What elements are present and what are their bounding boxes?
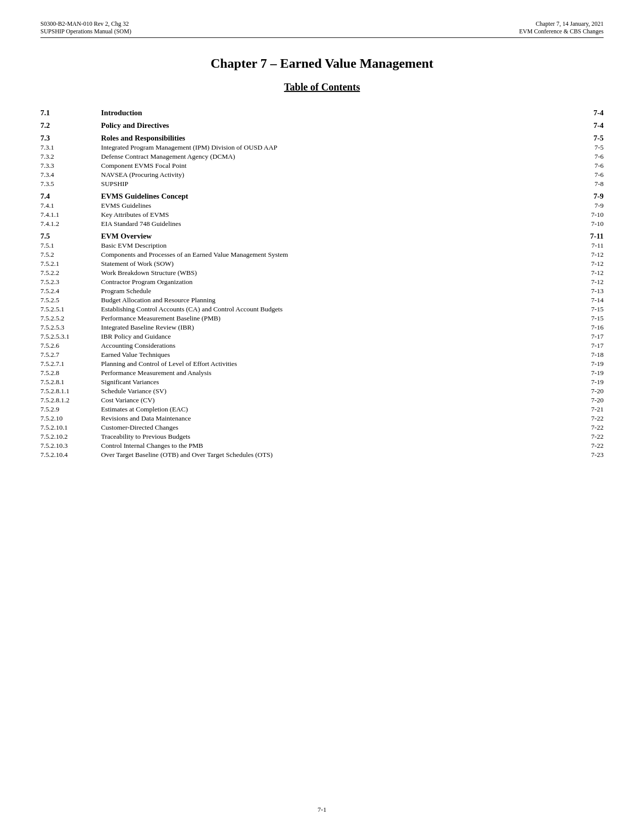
toc-entry-title: Policy and Directives <box>101 121 563 130</box>
toc-row: 7.5.2.9Estimates at Completion (EAC)7-21 <box>40 405 604 414</box>
page-header: S0300-B2-MAN-010 Rev 2, Chg 32 SUPSHIP O… <box>40 20 604 38</box>
toc-page-num: 7-19 <box>563 378 604 387</box>
toc-row: 7.5EVM Overview7-11 <box>40 231 604 241</box>
toc-entry-title: Performance Measurement and Analysis <box>101 368 563 378</box>
toc-row: 7.3.3Component EVMS Focal Point7-6 <box>40 161 604 170</box>
toc-page-num: 7-14 <box>563 296 604 305</box>
toc-row: 7.5.2.5Budget Allocation and Resource Pl… <box>40 296 604 305</box>
toc-entry-title: EVM Overview <box>101 231 563 241</box>
toc-num: 7.4.1 <box>40 201 101 210</box>
toc-row: 7.5.2.7.1Planning and Control of Level o… <box>40 359 604 368</box>
toc-row: 7.5.2.3Contractor Program Organization7-… <box>40 277 604 287</box>
toc-page-num: 7-11 <box>563 241 604 250</box>
toc-row: 7.5.2.5.1Establishing Control Accounts (… <box>40 305 604 314</box>
page: S0300-B2-MAN-010 Rev 2, Chg 32 SUPSHIP O… <box>0 0 644 834</box>
toc-page-num: 7-12 <box>563 268 604 277</box>
header-doc-id: S0300-B2-MAN-010 Rev 2, Chg 32 <box>40 20 131 28</box>
page-number: 7-1 <box>318 806 326 813</box>
toc-entry-title: Schedule Variance (SV) <box>101 387 563 396</box>
toc-row: 7.5.2.10Revisions and Data Maintenance7-… <box>40 414 604 423</box>
toc-entry-title: Program Schedule <box>101 287 563 296</box>
toc-page-num: 7-17 <box>563 332 604 341</box>
toc-num: 7.5.2.2 <box>40 268 101 277</box>
toc-row: 7.5.2.6Accounting Considerations7-17 <box>40 341 604 350</box>
toc-num: 7.5.2.6 <box>40 341 101 350</box>
toc-entry-title: Performance Measurement Baseline (PMB) <box>101 314 563 323</box>
toc-row: 7.2Policy and Directives7-4 <box>40 121 604 130</box>
toc-num: 7.5 <box>40 231 101 241</box>
toc-num: 7.5.2.1 <box>40 259 101 268</box>
toc-page-num: 7-22 <box>563 441 604 450</box>
toc-num: 7.5.2.10.2 <box>40 432 101 441</box>
toc-entry-title: Planning and Control of Level of Effort … <box>101 359 563 368</box>
toc-entry-title: Control Internal Changes to the PMB <box>101 441 563 450</box>
toc-num: 7.5.2.8.1.1 <box>40 387 101 396</box>
toc-num: 7.5.2 <box>40 250 101 259</box>
toc-page-num: 7-5 <box>563 143 604 152</box>
header-subject: EVM Conference & CBS Changes <box>519 28 604 35</box>
toc-num: 7.5.2.5.3.1 <box>40 332 101 341</box>
toc-row: 7.3.2Defense Contract Management Agency … <box>40 152 604 161</box>
toc-row: 7.4.1.2EIA Standard 748 Guidelines7-10 <box>40 219 604 228</box>
toc-entry-title: Introduction <box>101 108 563 118</box>
toc-entry-title: Components and Processes of an Earned Va… <box>101 250 563 259</box>
toc-num: 7.4 <box>40 192 101 201</box>
toc-row: 7.3.5SUPSHIP7-8 <box>40 179 604 189</box>
toc-entry-title: Cost Variance (CV) <box>101 396 563 405</box>
toc-num: 7.5.2.5.2 <box>40 314 101 323</box>
toc-page-num: 7-22 <box>563 423 604 432</box>
toc-row: 7.5.2.8.1Significant Variances7-19 <box>40 378 604 387</box>
toc-num: 7.5.2.8 <box>40 368 101 378</box>
toc-row: 7.5.2.8.1.1Schedule Variance (SV)7-20 <box>40 387 604 396</box>
toc-num: 7.5.1 <box>40 241 101 250</box>
toc-page-num: 7-10 <box>563 210 604 219</box>
toc-page-num: 7-15 <box>563 305 604 314</box>
toc-entry-title: Contractor Program Organization <box>101 277 563 287</box>
toc-row: 7.5.2.4Program Schedule7-13 <box>40 287 604 296</box>
toc-row: 7.5.2.8.1.2Cost Variance (CV)7-20 <box>40 396 604 405</box>
toc-entry-title: Revisions and Data Maintenance <box>101 414 563 423</box>
toc-entry-title: Estimates at Completion (EAC) <box>101 405 563 414</box>
toc-row: 7.5.2.5.3.1IBR Policy and Guidance7-17 <box>40 332 604 341</box>
page-footer: 7-1 <box>0 806 644 814</box>
toc-page-num: 7-12 <box>563 250 604 259</box>
header-right: Chapter 7, 14 January, 2021 EVM Conferen… <box>519 20 604 35</box>
toc-entry-title: Statement of Work (SOW) <box>101 259 563 268</box>
toc-row: 7.5.2.10.1Customer-Directed Changes7-22 <box>40 423 604 432</box>
toc-entry-title: Roles and Responsibilities <box>101 133 563 143</box>
toc-num: 7.2 <box>40 121 101 130</box>
toc-row: 7.3.4NAVSEA (Procuring Activity)7-6 <box>40 170 604 179</box>
toc-entry-title: EVMS Guidelines <box>101 201 563 210</box>
toc-entry-title: Establishing Control Accounts (CA) and C… <box>101 305 563 314</box>
toc-page-num: 7-22 <box>563 432 604 441</box>
toc-page-num: 7-4 <box>563 108 604 118</box>
toc-entry-title: SUPSHIP <box>101 179 563 189</box>
toc-row: 7.4EVMS Guidelines Concept7-9 <box>40 192 604 201</box>
toc-page-num: 7-4 <box>563 121 604 130</box>
toc-entry-title: Integrated Baseline Review (IBR) <box>101 323 563 332</box>
toc-entry-title: Customer-Directed Changes <box>101 423 563 432</box>
toc-num: 7.3.5 <box>40 179 101 189</box>
toc-page-num: 7-6 <box>563 161 604 170</box>
toc-page-num: 7-20 <box>563 396 604 405</box>
toc-page-num: 7-19 <box>563 368 604 378</box>
toc-page-num: 7-18 <box>563 350 604 359</box>
toc-num: 7.5.2.10.4 <box>40 450 101 459</box>
toc-page-num: 7-12 <box>563 277 604 287</box>
toc-page-num: 7-13 <box>563 287 604 296</box>
toc-row: 7.5.2.5.2Performance Measurement Baselin… <box>40 314 604 323</box>
toc-entry-title: Accounting Considerations <box>101 341 563 350</box>
toc-row: 7.5.2.5.3Integrated Baseline Review (IBR… <box>40 323 604 332</box>
toc-num: 7.5.2.4 <box>40 287 101 296</box>
toc-num: 7.5.2.3 <box>40 277 101 287</box>
toc-page-num: 7-19 <box>563 359 604 368</box>
toc-num: 7.3.3 <box>40 161 101 170</box>
toc-row: 7.5.2.10.4Over Target Baseline (OTB) and… <box>40 450 604 459</box>
toc-title: Table of Contents <box>40 81 604 93</box>
toc-row: 7.5.1Basic EVM Description7-11 <box>40 241 604 250</box>
toc-page-num: 7-5 <box>563 133 604 143</box>
toc-page-num: 7-21 <box>563 405 604 414</box>
toc-num: 7.3.2 <box>40 152 101 161</box>
toc-num: 7.3.4 <box>40 170 101 179</box>
toc-page-num: 7-17 <box>563 341 604 350</box>
